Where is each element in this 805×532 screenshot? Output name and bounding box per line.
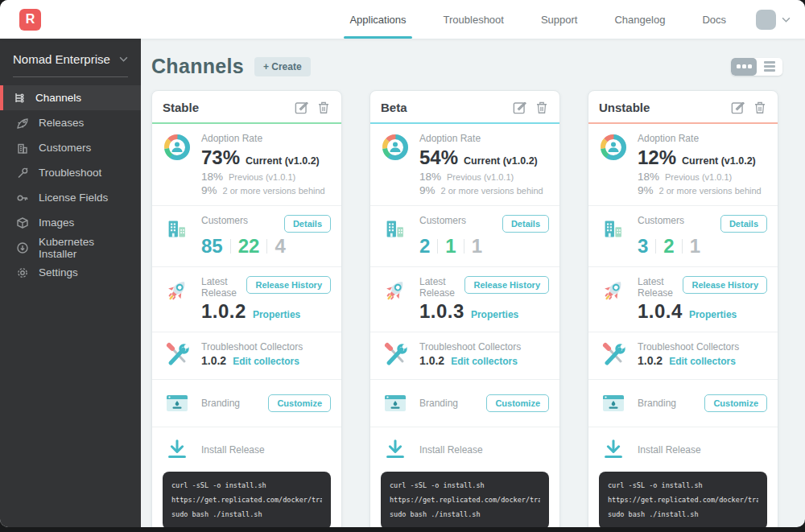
- previous-adoption-version: Previous (v1.0.1): [229, 172, 295, 182]
- edit-collectors-link[interactable]: Edit collectors: [233, 356, 299, 367]
- properties-link[interactable]: Properties: [253, 309, 300, 320]
- adoption-rate-label: Adoption Rate: [419, 133, 549, 144]
- sidebar-item-customers[interactable]: Customers: [0, 135, 141, 160]
- channel-card: Beta Adoption Rate 54% Current (v1.0.2) …: [369, 90, 560, 527]
- install-release-row: Install Release curl -sSL -o install.sh …: [370, 427, 559, 527]
- sidebar-item-kubernetes-installer[interactable]: Kubernetes Installer: [0, 235, 141, 260]
- install-command-block[interactable]: curl -sSL -o install.sh https://get.repl…: [381, 472, 549, 527]
- previous-adoption-pct: 18%: [638, 171, 659, 183]
- create-channel-button[interactable]: + Create: [254, 57, 311, 76]
- page-header: Channels + Create: [151, 55, 782, 78]
- edit-channel-icon[interactable]: [730, 100, 745, 115]
- topnav-applications[interactable]: Applications: [331, 0, 424, 39]
- properties-link[interactable]: Properties: [471, 309, 518, 320]
- app-window: R Applications Troubleshoot Support Chan…: [0, 0, 805, 527]
- sidebar-item-settings[interactable]: Settings: [0, 260, 141, 285]
- previous-adoption-version: Previous (v1.0.1): [665, 172, 732, 182]
- release-history-button[interactable]: Release History: [464, 276, 549, 294]
- avatar[interactable]: [756, 10, 776, 30]
- install-command-block[interactable]: curl -sSL -o install.sh https://get.repl…: [599, 472, 767, 527]
- behind-adoption-pct: 9%: [638, 184, 654, 196]
- channel-name: Beta: [381, 101, 407, 114]
- current-adoption-version: Current (v1.0.2): [246, 155, 320, 167]
- customers-icon: [163, 215, 192, 258]
- details-button[interactable]: Details: [720, 215, 767, 233]
- sidebar-item-releases[interactable]: Releases: [0, 110, 141, 135]
- download-icon: [381, 436, 410, 464]
- release-version: 1.0.3: [419, 300, 464, 323]
- delete-channel-icon[interactable]: [535, 100, 549, 115]
- customers-icon: [599, 215, 628, 258]
- install-command-line: https://get.replicated.com/docker/travis…: [390, 493, 540, 508]
- edit-channel-icon[interactable]: [512, 100, 527, 115]
- divider: [230, 239, 231, 254]
- topnav-troubleshoot[interactable]: Troubleshoot: [425, 0, 522, 39]
- collectors-label: Troubleshoot Collectors: [638, 341, 767, 353]
- delete-channel-icon[interactable]: [316, 100, 331, 115]
- card-view-button[interactable]: [731, 58, 757, 76]
- grid-icon: [748, 64, 752, 68]
- install-command-line: curl -sSL -o install.sh: [390, 479, 540, 493]
- customer-count-trialing: 2: [663, 235, 674, 258]
- details-button[interactable]: Details: [502, 215, 549, 233]
- behind-adoption-label: 2 or more versions behind: [223, 186, 325, 196]
- previous-adoption-pct: 18%: [201, 171, 223, 183]
- channel-card-header: Stable: [152, 91, 341, 122]
- branding-icon: [163, 389, 192, 418]
- branding-label: Branding: [419, 398, 477, 409]
- sidebar-item-label: Troubleshoot: [39, 167, 101, 179]
- download-icon: [599, 436, 628, 464]
- top-nav: Applications Troubleshoot Support Change…: [331, 0, 745, 39]
- topnav-docs[interactable]: Docs: [683, 0, 745, 39]
- latest-release-label: Latest Release: [419, 276, 464, 299]
- divider: [13, 76, 128, 77]
- sidebar: Nomad Enterprise Channels Releases Custo…: [0, 39, 141, 527]
- sidebar-item-label: Releases: [39, 117, 84, 129]
- download-icon: [163, 436, 192, 464]
- divider: [266, 239, 267, 254]
- customize-branding-button[interactable]: Customize: [268, 394, 331, 412]
- list-view-button[interactable]: [757, 58, 782, 76]
- edit-collectors-link[interactable]: Edit collectors: [451, 356, 518, 367]
- behind-adoption-label: 2 or more versions behind: [441, 186, 543, 196]
- customize-branding-button[interactable]: Customize: [704, 394, 767, 412]
- edit-channel-icon[interactable]: [294, 100, 309, 115]
- sidebar-item-label: Settings: [39, 266, 78, 278]
- troubleshoot-tools-icon: [163, 341, 192, 370]
- grid-icon: [737, 64, 741, 68]
- download-circle-icon: [16, 241, 29, 254]
- install-command-line: sudo bash ./install.sh: [390, 508, 540, 522]
- replicated-logo[interactable]: R: [19, 9, 41, 31]
- divider: [437, 239, 438, 254]
- adoption-rate-icon: [599, 133, 628, 196]
- sidebar-item-label: Images: [39, 217, 74, 229]
- sidebar-item-channels[interactable]: Channels: [0, 85, 141, 110]
- topnav-support[interactable]: Support: [522, 0, 597, 39]
- current-adoption-pct: 12%: [638, 146, 676, 169]
- previous-adoption-pct: 18%: [419, 171, 441, 183]
- topnav-changelog[interactable]: Changelog: [596, 0, 683, 39]
- release-rocket-icon: [599, 276, 628, 323]
- troubleshoot-tools-icon: [599, 341, 628, 370]
- app-switcher[interactable]: Nomad Enterprise: [13, 52, 128, 66]
- behind-adoption-pct: 9%: [419, 184, 436, 196]
- sidebar-item-images[interactable]: Images: [0, 210, 141, 235]
- branding-row: Branding Customize: [152, 380, 341, 427]
- properties-link[interactable]: Properties: [689, 309, 737, 320]
- account-menu[interactable]: [756, 0, 791, 39]
- channel-card: Stable Adoption Rate 73% Current (v1.0.2…: [151, 90, 342, 527]
- release-history-button[interactable]: Release History: [246, 276, 331, 294]
- sidebar-item-troubleshoot[interactable]: Troubleshoot: [0, 160, 141, 185]
- adoption-rate-label: Adoption Rate: [201, 133, 331, 144]
- customize-branding-button[interactable]: Customize: [486, 394, 549, 412]
- details-button[interactable]: Details: [284, 215, 331, 233]
- sidebar-item-license-fields[interactable]: License Fields: [0, 185, 141, 210]
- channels-icon: [13, 92, 26, 105]
- delete-channel-icon[interactable]: [753, 100, 767, 115]
- buildings-icon: [16, 142, 29, 155]
- release-history-button[interactable]: Release History: [683, 276, 767, 294]
- latest-release-row: Latest Release Release History 1.0.3 Pro…: [370, 267, 559, 332]
- install-command-block[interactable]: curl -sSL -o install.sh https://get.repl…: [163, 472, 331, 527]
- edit-collectors-link[interactable]: Edit collectors: [669, 356, 736, 367]
- current-adoption-version: Current (v1.0.2): [464, 155, 538, 167]
